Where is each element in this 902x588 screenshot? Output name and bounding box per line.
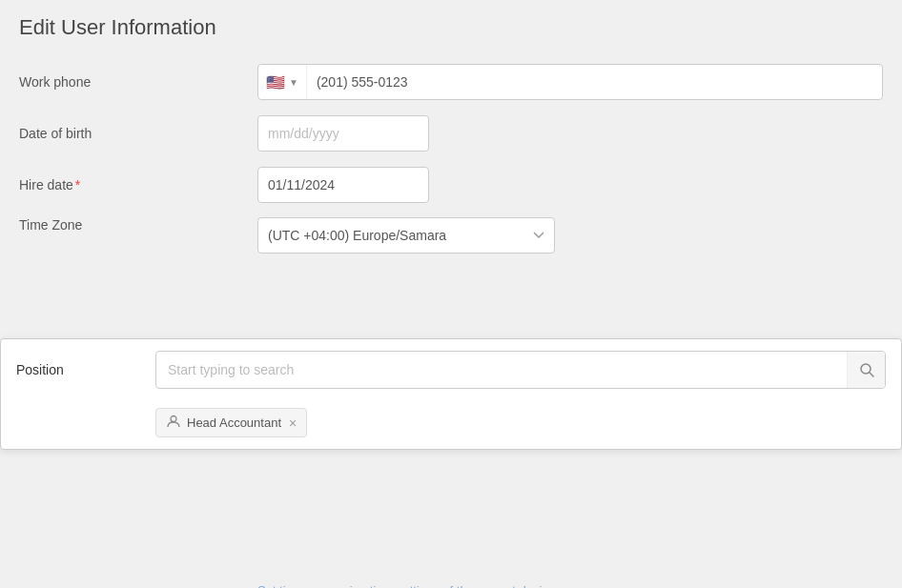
time-zone-label: Time Zone — [19, 217, 257, 233]
hire-date-row: Hire date — [19, 166, 883, 204]
flag-emoji: 🇺🇸 — [266, 73, 285, 91]
work-phone-field[interactable] — [307, 74, 882, 90]
position-tag-person-icon — [166, 414, 181, 432]
work-phone-row: Work phone 🇺🇸 ▼ — [19, 63, 883, 101]
position-tag-close-icon[interactable]: × — [289, 416, 297, 431]
hire-date-field[interactable] — [258, 177, 429, 193]
position-tag-head-accountant: Head Accountant × — [155, 408, 307, 437]
svg-point-10 — [171, 416, 176, 422]
timezone-hint: Set time zone using time settings of the… — [257, 583, 555, 588]
work-phone-input-wrapper[interactable]: 🇺🇸 ▼ — [257, 64, 883, 100]
hire-date-input-wrapper[interactable] — [257, 167, 429, 203]
position-header: Position — [1, 339, 901, 400]
date-of-birth-row: Date of birth — [19, 114, 883, 152]
page-title: Edit User Information — [19, 15, 883, 40]
position-popup-inner: Position — [1, 339, 901, 449]
date-of-birth-field[interactable] — [258, 126, 429, 141]
position-search-wrapper — [155, 351, 886, 389]
position-search-icon[interactable] — [847, 352, 885, 388]
work-phone-label: Work phone — [19, 74, 257, 90]
phone-flag-selector[interactable]: 🇺🇸 ▼ — [258, 65, 307, 99]
position-label: Position — [16, 362, 140, 377]
date-of-birth-label: Date of birth — [19, 126, 257, 141]
page-container: Edit User Information Work phone 🇺🇸 ▼ Da… — [0, 0, 902, 588]
hire-date-label: Hire date — [19, 177, 257, 193]
edit-user-form: Work phone 🇺🇸 ▼ Date of birth — [19, 63, 883, 588]
position-popup: Position — [0, 338, 902, 450]
flag-dropdown-arrow: ▼ — [289, 77, 298, 88]
svg-line-9 — [870, 373, 873, 376]
position-tags-row: Head Accountant × — [1, 400, 901, 449]
timezone-select[interactable]: (UTC +04:00) Europe/Samara — [257, 217, 555, 253]
position-search-input[interactable] — [156, 355, 847, 385]
position-tag-name: Head Accountant — [187, 416, 281, 430]
date-of-birth-input-wrapper[interactable] — [257, 115, 429, 152]
